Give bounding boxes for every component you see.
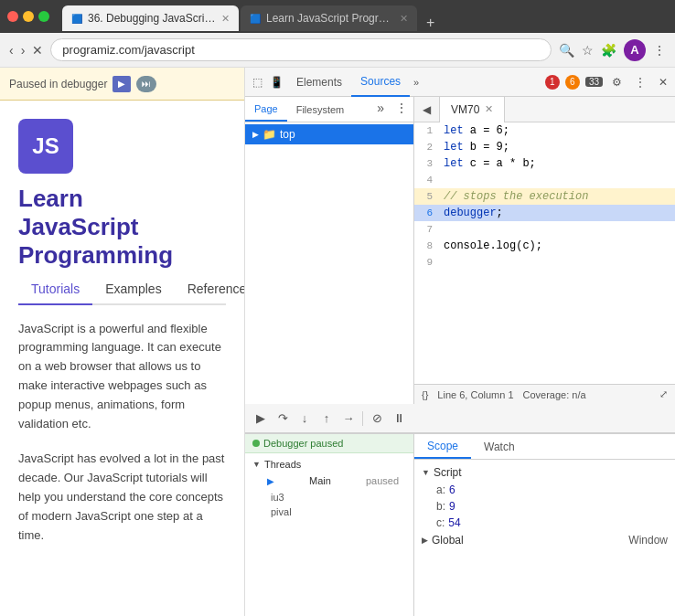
- tab1-close-icon[interactable]: ✕: [221, 13, 230, 25]
- warning-badge: 6: [565, 75, 580, 90]
- menu-icon[interactable]: ⋮: [653, 43, 666, 58]
- thread-name-pival: pival: [271, 506, 292, 517]
- step-into-button[interactable]: ↓: [295, 409, 315, 429]
- bottom-panel: Debugger paused ▼ Threads ▶ Main paused: [245, 433, 675, 616]
- deactivate-breakpoints-button[interactable]: ⊘: [367, 409, 387, 429]
- devtools-close-button[interactable]: ✕: [655, 74, 671, 90]
- reload-button[interactable]: ✕: [32, 43, 43, 58]
- address-icons: 🔍 ☆ 🧩 A ⋮: [559, 39, 666, 61]
- nav-item-tutorials[interactable]: Tutorials: [18, 274, 92, 305]
- sources-tree: ▶ 📁 top: [245, 122, 413, 404]
- site-title: Learn JavaScript Programming: [18, 185, 226, 271]
- step-over-button[interactable]: ↷: [273, 409, 293, 429]
- paused-text: Debugger paused: [263, 438, 343, 449]
- sidebar-dots-button[interactable]: ⋮: [390, 97, 413, 122]
- tab2-close-icon[interactable]: ✕: [400, 13, 408, 25]
- code-line-1: 1 let a = 6;: [414, 122, 675, 139]
- script-section-header[interactable]: ▼ Script: [422, 463, 668, 482]
- line-num-5: 5: [414, 191, 440, 202]
- line-content-8: console.log(c);: [440, 239, 542, 252]
- line-num-6: 6: [414, 207, 440, 218]
- inspect-element-button[interactable]: ⬚: [249, 74, 266, 90]
- settings-icon[interactable]: ⚙: [608, 74, 626, 90]
- code-status-bar: {} Line 6, Column 1 Coverage: n/a ⤢: [414, 384, 675, 404]
- scope-val-c: 54: [448, 516, 460, 529]
- sidebar-tabs: Page Filesystem » ⋮: [245, 97, 413, 122]
- code-line-2: 2 let b = 9;: [414, 139, 675, 155]
- step-button[interactable]: ⏭: [136, 76, 156, 92]
- scope-val-a: 6: [449, 483, 455, 496]
- nav-item-examples[interactable]: Examples: [92, 274, 174, 305]
- step-out-button[interactable]: ↑: [316, 409, 337, 429]
- tree-item-top[interactable]: ▶ 📁 top: [245, 124, 413, 144]
- sidebar-tab-filesystem[interactable]: Filesystem: [287, 97, 354, 122]
- forward-button[interactable]: ›: [21, 43, 26, 58]
- threads-label: Threads: [264, 459, 301, 470]
- scope-tab-scope[interactable]: Scope: [414, 434, 471, 459]
- bookmark-icon[interactable]: ☆: [582, 43, 594, 58]
- tab-elements[interactable]: Elements: [287, 68, 351, 97]
- code-editor[interactable]: 1 let a = 6; 2 let b = 9; 3 let c = a * …: [414, 122, 675, 384]
- code-tab-vm70[interactable]: VM70 ✕: [440, 97, 505, 122]
- traffic-lights: [7, 11, 49, 22]
- code-tab-close-icon[interactable]: ✕: [485, 103, 493, 115]
- tab2-favicon: 🟦: [250, 14, 261, 24]
- maximize-traffic-light[interactable]: [38, 11, 49, 22]
- error-badge: 1: [545, 75, 560, 90]
- sources-layout: Page Filesystem » ⋮ ▶ 📁 top: [245, 97, 675, 404]
- debugger-status-text: Paused in debugger: [9, 78, 107, 90]
- scope-var-b: b: 9: [422, 498, 668, 515]
- main-area: Paused in debugger ▶ ⏭ JS Learn JavaScri…: [0, 68, 675, 616]
- thread-main-arrow-icon: ▶: [267, 476, 274, 486]
- devtools-menu-icon[interactable]: ⋮: [631, 74, 649, 90]
- scope-content: ▼ Script a: 6 b: 9 c: 54: [414, 460, 675, 553]
- tab1-label: 36. Debugging JavaScript...: [88, 12, 216, 25]
- thread-item-iu3[interactable]: iu3: [252, 490, 406, 504]
- code-line-3: 3 let c = a * b;: [414, 155, 675, 172]
- sources-sidebar: Page Filesystem » ⋮ ▶ 📁 top: [245, 97, 414, 404]
- step-forward-button[interactable]: →: [338, 409, 359, 429]
- global-section-header[interactable]: ▶ Global Window: [422, 531, 668, 549]
- resume-execution-button[interactable]: ▶: [251, 409, 271, 429]
- browser-frame: 🟦 36. Debugging JavaScript... ✕ 🟦 Learn …: [0, 0, 675, 616]
- new-tab-button[interactable]: +: [419, 15, 442, 31]
- resume-button[interactable]: ▶: [112, 76, 131, 92]
- sidebar-more-button[interactable]: »: [371, 97, 390, 122]
- back-button[interactable]: ‹: [9, 43, 14, 58]
- coverage-status: Coverage: n/a: [523, 389, 586, 400]
- nav-item-references[interactable]: References: [175, 274, 244, 305]
- scope-key-b: b:: [436, 500, 445, 513]
- line-num-9: 9: [414, 257, 440, 268]
- more-tabs-button[interactable]: »: [410, 77, 423, 88]
- device-mode-button[interactable]: 📱: [266, 74, 287, 90]
- site-nav: Tutorials Examples References: [18, 274, 226, 305]
- search-icon[interactable]: 🔍: [559, 43, 574, 58]
- profile-icon[interactable]: A: [624, 39, 646, 61]
- sidebar-tab-page[interactable]: Page: [245, 97, 287, 122]
- minimize-traffic-light[interactable]: [23, 11, 34, 22]
- devtools-tabs: Elements Sources »: [287, 68, 423, 97]
- scope-val-b: 9: [449, 500, 455, 513]
- address-input[interactable]: programiz.com/javascript: [50, 38, 552, 61]
- cursor-position: Line 6, Column 1: [437, 389, 513, 400]
- code-panel-back-button[interactable]: ◀: [414, 97, 440, 122]
- tab1-favicon: 🟦: [71, 14, 82, 24]
- log-badge: 33: [585, 77, 603, 87]
- browser-tab-2[interactable]: 🟦 Learn JavaScript Program... ✕: [241, 5, 417, 31]
- extension-icon[interactable]: 🧩: [601, 43, 616, 58]
- expand-icon[interactable]: ⤢: [659, 388, 668, 400]
- scope-tabs: Scope Watch: [414, 434, 675, 460]
- scope-tab-watch[interactable]: Watch: [471, 434, 528, 459]
- debugger-paused-banner: Debugger paused: [245, 434, 413, 453]
- thread-item-main[interactable]: ▶ Main paused: [252, 472, 406, 490]
- format-icon[interactable]: {}: [422, 389, 428, 400]
- scope-panel: Scope Watch ▼ Script a: 6 b:: [414, 434, 675, 616]
- tab-sources[interactable]: Sources: [351, 68, 410, 97]
- title-bar: 🟦 36. Debugging JavaScript... ✕ 🟦 Learn …: [0, 0, 675, 33]
- thread-item-pival[interactable]: pival: [252, 504, 406, 519]
- browser-tab-1[interactable]: 🟦 36. Debugging JavaScript... ✕: [62, 5, 239, 31]
- script-label: Script: [434, 466, 462, 479]
- pause-on-exceptions-button[interactable]: ⏸: [389, 409, 409, 429]
- threads-header[interactable]: ▼ Threads: [252, 457, 406, 472]
- close-traffic-light[interactable]: [7, 11, 18, 22]
